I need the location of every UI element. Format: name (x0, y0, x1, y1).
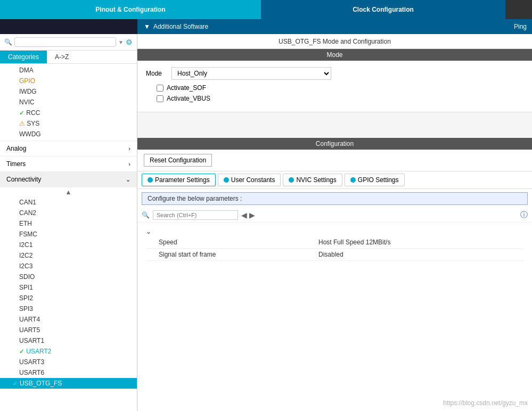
ping-bar[interactable]: Ping (509, 19, 532, 34)
param-value-speed: Host Full Speed 12MBit/s (318, 239, 390, 246)
prev-result-icon[interactable]: ◀ (241, 211, 247, 219)
sidebar-item-uart5[interactable]: UART5 (0, 325, 137, 335)
sidebar-item-gpio[interactable]: GPIO (0, 76, 137, 86)
tab-user-constants[interactable]: User Constants (218, 174, 281, 186)
expand-row[interactable]: ⌄ (146, 227, 523, 236)
nvic-settings-label: NVIC Settings (296, 176, 336, 184)
sidebar-item-spi1[interactable]: SPI1 (0, 282, 137, 293)
sidebar-item-uart4[interactable]: UART4 (0, 314, 137, 325)
sidebar-item-iwdg[interactable]: IWDG (0, 86, 137, 97)
nvic-settings-dot (289, 177, 294, 183)
connectivity-section-header[interactable]: Connectivity ⌄ (0, 172, 137, 187)
main-title: USB_OTG_FS Mode and Configuration (137, 34, 532, 49)
activate-sof-checkbox[interactable] (157, 85, 163, 92)
usb-item-label: USB_OTG_FS (20, 380, 62, 387)
sidebar-item-usart3[interactable]: USART3 (0, 357, 137, 367)
params-search-input[interactable] (153, 210, 238, 220)
watermark: https://blog.csdn.net/gyzu_mx (443, 399, 528, 407)
analog-chevron-icon: › (128, 145, 130, 152)
sidebar-item-sys[interactable]: SYS (0, 118, 137, 129)
activate-sof-label: Activate_SOF (167, 84, 206, 92)
param-row-signal: Signal start of frame Disabled (146, 249, 523, 261)
sidebar-item-rcc[interactable]: RCC (0, 108, 137, 118)
sidebar-item-can2[interactable]: CAN2 (0, 208, 137, 218)
connectivity-chevron-icon: ⌄ (126, 176, 130, 183)
mode-select[interactable]: Host_Only Disable Device_Only OTG (171, 67, 331, 80)
sidebar-item-i2c2[interactable]: I2C2 (0, 250, 137, 261)
gear-icon[interactable]: ⚙ (126, 38, 133, 46)
sidebar-item-dma[interactable]: DMA (0, 65, 137, 76)
connectivity-label: Connectivity (6, 176, 41, 183)
config-info-bar: Configure the below parameters : (142, 192, 528, 205)
mode-section-header: Mode (137, 49, 532, 61)
param-name-speed: Speed (159, 239, 318, 246)
timers-chevron-icon: › (128, 161, 130, 167)
sidebar-item-can1[interactable]: CAN1 (0, 197, 137, 208)
info-icon: ⓘ (520, 210, 528, 220)
sidebar-item-spi2[interactable]: SPI2 (0, 293, 137, 303)
tab-az[interactable]: A->Z (47, 51, 77, 63)
clock-title: Clock Configuration (353, 6, 414, 13)
sidebar-item-sdio[interactable]: SDIO (0, 272, 137, 282)
sidebar-item-usart2[interactable]: USART2 (0, 346, 137, 357)
sub-header: ▼ Additional Software Ping (0, 19, 532, 34)
sidebar-search-input[interactable] (14, 37, 116, 47)
reset-config-button[interactable]: Reset Configuration (144, 154, 212, 167)
analog-section-header[interactable]: Analog › (0, 141, 137, 157)
gpio-settings-dot (350, 177, 356, 183)
search-icon: 🔍 (4, 38, 12, 46)
collapse-icon: ⌄ (146, 228, 151, 235)
param-settings-label: Parameter Settings (155, 176, 210, 184)
timers-section-header[interactable]: Timers › (0, 157, 137, 172)
mode-content: Mode Host_Only Disable Device_Only OTG A… (137, 61, 532, 112)
additional-software-bar[interactable]: ▼ Additional Software (137, 19, 509, 34)
activate-vbus-label: Activate_VBUS (167, 95, 210, 102)
top-header: Pinout & Configuration Clock Configurati… (0, 0, 532, 19)
gpio-settings-label: GPIO Settings (358, 176, 399, 184)
sidebar-item-i2c1[interactable]: I2C1 (0, 240, 137, 250)
sidebar-item-usart6[interactable]: USART6 (0, 367, 137, 378)
config-section-header: Configuration (137, 138, 532, 150)
next-result-icon[interactable]: ▶ (249, 211, 255, 219)
usb-check-icon: ✓ (13, 380, 18, 387)
pinout-title: Pinout & Configuration (95, 6, 165, 13)
sidebar-item-nvic[interactable]: NVIC (0, 97, 137, 108)
config-content: Reset Configuration Parameter Settings U… (137, 150, 532, 411)
param-value-signal: Disabled (318, 251, 343, 258)
dropdown-icon: ▼ (118, 39, 124, 45)
sidebar-item-eth[interactable]: ETH (0, 218, 137, 229)
tab-parameter-settings[interactable]: Parameter Settings (142, 174, 216, 186)
sidebar-item-spi3[interactable]: SPI3 (0, 303, 137, 314)
user-constants-label: User Constants (231, 176, 275, 184)
timers-label: Timers (6, 160, 26, 168)
param-name-signal: Signal start of frame (159, 251, 318, 258)
tab-categories[interactable]: Categories (0, 51, 47, 63)
additional-software-label: Additional Software (153, 23, 208, 30)
sidebar-item-wwdg[interactable]: WWDG (0, 129, 137, 139)
tab-gpio-settings[interactable]: GPIO Settings (345, 174, 405, 186)
clock-header[interactable]: Clock Configuration (261, 0, 505, 19)
sidebar-item-usart1[interactable]: USART1 (0, 335, 137, 346)
extra-header (505, 0, 532, 19)
sidebar-item-i2c3[interactable]: I2C3 (0, 261, 137, 272)
mode-label: Mode (146, 70, 167, 77)
param-settings-dot (148, 177, 153, 183)
activate-vbus-checkbox[interactable] (157, 95, 163, 102)
sidebar-item-fsmc[interactable]: FSMC (0, 229, 137, 240)
search-icon-params: 🔍 (142, 211, 150, 219)
sidebar-item-usb-otg-fs[interactable]: ✓ USB_OTG_FS (0, 378, 137, 389)
ping-label: Ping (514, 23, 527, 30)
user-constants-dot (224, 177, 229, 183)
param-row-speed: Speed Host Full Speed 12MBit/s (146, 236, 523, 249)
analog-label: Analog (6, 145, 26, 152)
tab-nvic-settings[interactable]: NVIC Settings (283, 174, 342, 186)
scroll-up-indicator[interactable]: ▲ (0, 187, 137, 197)
pinout-header[interactable]: Pinout & Configuration (0, 0, 261, 19)
